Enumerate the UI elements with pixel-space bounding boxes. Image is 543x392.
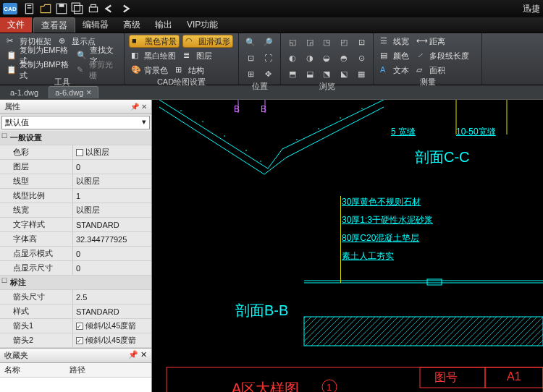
bg-color-button[interactable]: 🎨背景色 — [129, 64, 170, 77]
checkbox-icon[interactable] — [76, 323, 83, 330]
layers-button[interactable]: ≣图层 — [181, 49, 214, 62]
prop-textheight[interactable]: 字体高32.344777925 — [0, 232, 151, 247]
prop-style[interactable]: 样式STANDARD — [0, 304, 151, 319]
menu-tab-vip[interactable]: VIP功能 — [180, 17, 225, 33]
saveall-icon[interactable] — [71, 2, 84, 15]
prop-ltscale[interactable]: 线型比例1 — [0, 189, 151, 203]
area-button[interactable]: ▱面积 — [414, 64, 447, 77]
group-cad-label: CAD绘图设置 — [129, 77, 234, 88]
trim-raster-button[interactable]: ✎修剪光栅 — [75, 64, 119, 77]
menu-bar: 文件 查看器 编辑器 高级 输出 VIP功能 — [0, 17, 543, 33]
text-button[interactable]: A文本 — [378, 64, 411, 77]
redo-icon[interactable] — [119, 2, 132, 15]
checkbox-icon[interactable] — [76, 337, 83, 344]
svg-point-15 — [361, 108, 363, 109]
undo-icon[interactable] — [103, 2, 116, 15]
distance-button[interactable]: ⟷距离 — [414, 35, 447, 48]
prop-arrowsize[interactable]: 箭头尺寸2.5 — [0, 290, 151, 304]
browse-icon-2[interactable]: ◲ — [303, 35, 317, 49]
prop-layer[interactable]: 图层0 — [0, 160, 151, 174]
bw-draw-label: 黑白绘图 — [144, 51, 176, 61]
text-label: 文本 — [393, 65, 409, 76]
menu-tab-advanced[interactable]: 高级 — [116, 17, 148, 33]
browse-icon-15[interactable]: ▦ — [354, 67, 369, 81]
bw-draw-button[interactable]: ◧黑白绘图 — [129, 49, 178, 62]
browse-icon-9[interactable]: ◓ — [337, 51, 351, 65]
app-name: 迅捷 — [523, 3, 540, 15]
browse-icon-12[interactable]: ⬓ — [303, 67, 317, 81]
pan-icon[interactable]: ✥ — [261, 67, 275, 81]
note-3: 80厚C20混凝土垫层 — [342, 232, 419, 244]
smooth-arc-button[interactable]: ◠圆滑弧形 — [182, 35, 233, 48]
browse-icon-4[interactable]: ◰ — [337, 35, 351, 49]
menu-tab-viewer[interactable]: 查看器 — [33, 17, 75, 33]
browse-icon-14[interactable]: ⬕ — [337, 67, 351, 81]
file-tab-2[interactable]: a-6.dwg✕ — [49, 86, 98, 98]
zoom-extent-icon[interactable]: ⛶ — [261, 51, 275, 65]
default-combo[interactable]: 默认值▾ — [1, 116, 150, 129]
marker-b-2: B — [261, 104, 266, 114]
plength-button[interactable]: ⟋多段线长度 — [414, 49, 471, 62]
menu-tab-output[interactable]: 输出 — [148, 17, 180, 33]
ribbon: ✂剪切框架 ⊕显示点 📋复制为EMF格式 🔍查找文字 📋复制为BMP格式 ✎修剪… — [0, 33, 543, 85]
black-bg-button[interactable]: ■黑色背景 — [129, 35, 180, 48]
zoom-window-icon[interactable]: ⊡ — [243, 51, 258, 65]
menu-file[interactable]: 文件 — [0, 17, 32, 33]
prop-ptmode[interactable]: 点显示模式0 — [0, 247, 151, 261]
group-dim[interactable]: □标注 — [0, 276, 151, 290]
prop-arrow2[interactable]: 箭头2倾斜/以45度箭 — [0, 333, 151, 348]
marker-b-1: B — [234, 104, 240, 114]
pin-icon[interactable]: 📌 ✕ — [128, 350, 147, 361]
browse-icon-11[interactable]: ⬒ — [285, 67, 300, 81]
favorites-title: 收藏夹 — [4, 350, 28, 361]
print-icon[interactable] — [87, 2, 100, 15]
fav-col-name[interactable]: 名称 — [0, 363, 65, 377]
file-tab-1-label: a-1.dwg — [10, 88, 38, 97]
new-icon[interactable] — [23, 2, 36, 15]
copy-bmp-button[interactable]: 📋复制为BMP格式 — [4, 64, 72, 77]
file-tab-1[interactable]: a-1.dwg — [4, 87, 44, 98]
close-icon[interactable]: ✕ — [86, 89, 92, 96]
zoom-out-icon[interactable]: 🔎 — [261, 35, 275, 49]
prop-lineweight[interactable]: 线宽以图层 — [0, 203, 151, 218]
browse-icon-6[interactable]: ◐ — [285, 51, 300, 65]
svg-point-14 — [340, 117, 341, 119]
lineweight-label: 线宽 — [393, 36, 409, 47]
browse-icon-5[interactable]: ⊡ — [354, 35, 369, 49]
group-general[interactable]: □一般设置 — [0, 131, 151, 145]
svg-rect-24 — [167, 367, 543, 392]
fav-col-path[interactable]: 路径 — [65, 363, 90, 377]
zoom-in-icon[interactable]: 🔍 — [243, 35, 258, 49]
svg-point-12 — [296, 139, 298, 140]
dim-width-1: 5 宽缝 — [391, 126, 416, 138]
prop-ptsize[interactable]: 点显示尺寸0 — [0, 261, 151, 276]
prop-color[interactable]: 色彩以图层 — [0, 145, 151, 160]
browse-icon-3[interactable]: ◳ — [320, 35, 334, 49]
drawing-canvas[interactable]: 1 B B 5 宽缝 10-50宽缝 剖面C-C 30厚黄色不规则石材 30厚1… — [152, 100, 543, 392]
structure-button[interactable]: ⊞结构 — [173, 64, 206, 77]
prop-linetype[interactable]: 线型以图层 — [0, 174, 151, 189]
browse-icon-1[interactable]: ◱ — [285, 35, 300, 49]
svg-rect-22 — [427, 279, 442, 285]
save-icon[interactable] — [55, 2, 68, 15]
favorites-body — [0, 378, 151, 392]
layers-label: 图层 — [196, 51, 212, 61]
menu-tab-editor[interactable]: 编辑器 — [75, 17, 116, 33]
color-button[interactable]: ▤颜色 — [378, 49, 411, 62]
browse-icon-7[interactable]: ◑ — [303, 51, 317, 65]
zoom-fit-icon[interactable]: ⊞ — [243, 67, 258, 81]
lineweight-button[interactable]: ☰线宽 — [378, 35, 411, 48]
properties-header: 属性 📌 ✕ — [0, 100, 151, 114]
svg-text:1: 1 — [327, 382, 332, 392]
area-label: 面积 — [429, 65, 445, 76]
browse-icon-10[interactable]: ⊙ — [354, 51, 369, 65]
svg-point-13 — [318, 128, 319, 129]
group-dim-label: 标注 — [9, 276, 81, 289]
pin-icon[interactable]: 📌 ✕ — [130, 103, 147, 111]
browse-icon-8[interactable]: ◒ — [320, 51, 334, 65]
group-general-label: 一般设置 — [9, 131, 81, 145]
prop-arrow1[interactable]: 箭头1倾斜/以45度箭 — [0, 319, 151, 333]
browse-icon-13[interactable]: ⬔ — [320, 67, 334, 81]
prop-textstyle[interactable]: 文字样式STANDARD — [0, 218, 151, 232]
open-icon[interactable] — [39, 2, 52, 15]
